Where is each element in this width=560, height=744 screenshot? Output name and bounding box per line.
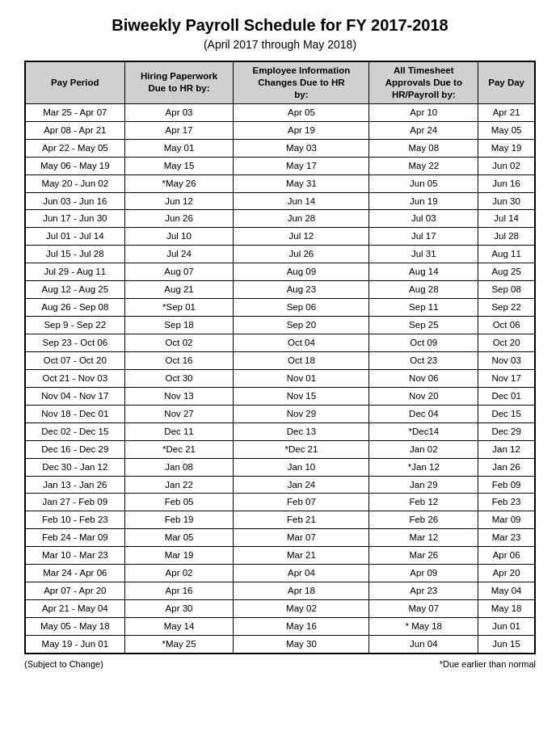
table-cell-19-2: *Dec 21 [234, 440, 369, 458]
table-cell-28-1: Apr 30 [124, 600, 234, 618]
table-cell-18-3: *Dec14 [369, 422, 478, 440]
table-cell-22-0: Jan 27 - Feb 09 [25, 494, 124, 511]
table-cell-16-4: Dec 01 [478, 387, 535, 405]
table-cell-2-2: May 03 [234, 139, 369, 157]
table-row: Jan 27 - Feb 09Feb 05Feb 07Feb 12Feb 23 [25, 494, 535, 511]
table-row: Mar 24 - Apr 06Apr 02Apr 04Apr 09Apr 20 [25, 565, 535, 582]
table-cell-4-3: Jun 05 [369, 174, 478, 192]
table-cell-24-4: Mar 23 [478, 529, 535, 547]
table-cell-14-0: Oct 07 - Oct 20 [25, 351, 124, 369]
table-cell-14-4: Nov 03 [478, 351, 535, 369]
table-cell-15-1: Oct 30 [124, 369, 234, 387]
table-cell-25-4: Apr 06 [478, 547, 535, 565]
table-cell-5-4: Jun 30 [478, 192, 535, 210]
table-cell-8-2: Jul 26 [234, 246, 369, 263]
table-cell-8-1: Jul 24 [124, 246, 234, 263]
table-cell-15-2: Nov 01 [234, 369, 369, 387]
table-cell-26-0: Mar 24 - Apr 06 [25, 565, 124, 582]
table-cell-18-0: Dec 02 - Dec 15 [25, 422, 124, 440]
footer: (Subject to Change) *Due earlier than no… [24, 659, 536, 669]
table-cell-3-1: May 15 [124, 157, 234, 174]
table-cell-20-0: Dec 30 - Jan 12 [25, 458, 124, 476]
table-cell-25-3: Mar 26 [369, 547, 478, 565]
table-cell-10-2: Aug 23 [234, 281, 369, 299]
table-cell-29-4: Jun 01 [478, 618, 535, 636]
col-header-1: Hiring PaperworkDue to HR by: [124, 61, 234, 103]
table-cell-19-0: Dec 16 - Dec 29 [25, 440, 124, 458]
table-cell-7-1: Jul 10 [124, 228, 234, 246]
table-cell-12-3: Sep 25 [369, 317, 478, 334]
table-cell-29-0: May 05 - May 18 [25, 618, 124, 636]
table-header: Pay PeriodHiring PaperworkDue to HR by:E… [25, 61, 535, 103]
table-cell-22-4: Feb 23 [478, 494, 535, 511]
table-cell-15-3: Nov 06 [369, 369, 478, 387]
table-cell-12-0: Sep 9 - Sep 22 [25, 317, 124, 334]
table-cell-11-0: Aug 26 - Sep 08 [25, 299, 124, 317]
table-cell-24-2: Mar 07 [234, 529, 369, 547]
table-cell-27-2: Apr 18 [234, 582, 369, 600]
col-header-0: Pay Period [25, 61, 124, 103]
table-cell-26-3: Apr 09 [369, 565, 478, 582]
table-cell-0-0: Mar 25 - Apr 07 [25, 103, 124, 121]
table-cell-26-4: Apr 20 [478, 565, 535, 582]
table-cell-15-0: Oct 21 - Nov 03 [25, 369, 124, 387]
table-cell-21-2: Jan 24 [234, 476, 369, 494]
table-cell-15-4: Nov 17 [478, 369, 535, 387]
table-cell-16-0: Nov 04 - Nov 17 [25, 387, 124, 405]
table-body: Mar 25 - Apr 07Apr 03Apr 05Apr 10Apr 21A… [25, 103, 535, 654]
table-cell-17-4: Dec 15 [478, 405, 535, 422]
table-cell-28-2: May 02 [234, 600, 369, 618]
table-cell-12-2: Sep 20 [234, 317, 369, 334]
table-cell-13-1: Oct 02 [124, 334, 234, 352]
table-row: May 06 - May 19May 15May 17May 22Jun 02 [25, 157, 535, 174]
table-cell-17-1: Nov 27 [124, 405, 234, 422]
table-cell-29-1: May 14 [124, 618, 234, 636]
table-cell-10-0: Aug 12 - Aug 25 [25, 281, 124, 299]
table-cell-10-1: Aug 21 [124, 281, 234, 299]
table-cell-13-0: Sep 23 - Oct 06 [25, 334, 124, 352]
table-cell-4-1: *May 26 [124, 174, 234, 192]
table-cell-27-1: Apr 16 [124, 582, 234, 600]
table-cell-23-2: Feb 21 [234, 511, 369, 529]
table-cell-3-3: May 22 [369, 157, 478, 174]
table-cell-24-0: Feb 24 - Mar 09 [25, 529, 124, 547]
table-cell-16-2: Nov 15 [234, 387, 369, 405]
table-cell-29-2: May 16 [234, 618, 369, 636]
table-cell-12-4: Oct 06 [478, 317, 535, 334]
table-cell-4-4: Jun 16 [478, 174, 535, 192]
table-cell-1-0: Apr 08 - Apr 21 [25, 121, 124, 139]
table-cell-28-3: May 07 [369, 600, 478, 618]
table-cell-3-0: May 06 - May 19 [25, 157, 124, 174]
table-cell-8-4: Aug 11 [478, 246, 535, 263]
table-cell-20-4: Jan 26 [478, 458, 535, 476]
table-cell-20-1: Jan 08 [124, 458, 234, 476]
table-row: Nov 04 - Nov 17Nov 13Nov 15Nov 20Dec 01 [25, 387, 535, 405]
table-cell-8-0: Jul 15 - Jul 28 [25, 246, 124, 263]
table-row: Apr 08 - Apr 21Apr 17Apr 19Apr 24May 05 [25, 121, 535, 139]
table-cell-17-3: Dec 04 [369, 405, 478, 422]
table-cell-2-1: May 01 [124, 139, 234, 157]
table-row: May 20 - Jun 02*May 26May 31Jun 05Jun 16 [25, 174, 535, 192]
table-cell-10-4: Sep 08 [478, 281, 535, 299]
table-cell-5-2: Jun 14 [234, 192, 369, 210]
table-cell-16-3: Nov 20 [369, 387, 478, 405]
table-row: Aug 12 - Aug 25Aug 21Aug 23Aug 28Sep 08 [25, 281, 535, 299]
table-row: Dec 30 - Jan 12Jan 08Jan 10*Jan 12Jan 26 [25, 458, 535, 476]
table-cell-26-2: Apr 04 [234, 565, 369, 582]
table-cell-5-1: Jun 12 [124, 192, 234, 210]
table-cell-20-2: Jan 10 [234, 458, 369, 476]
table-cell-27-3: Apr 23 [369, 582, 478, 600]
table-cell-25-1: Mar 19 [124, 547, 234, 565]
footer-right: *Due earlier than normal [440, 659, 536, 669]
table-cell-16-1: Nov 13 [124, 387, 234, 405]
table-cell-1-1: Apr 17 [124, 121, 234, 139]
table-cell-26-1: Apr 02 [124, 565, 234, 582]
table-cell-0-1: Apr 03 [124, 103, 234, 121]
table-row: Mar 25 - Apr 07Apr 03Apr 05Apr 10Apr 21 [25, 103, 535, 121]
table-cell-9-0: Jul 29 - Aug 11 [25, 263, 124, 281]
table-cell-3-4: Jun 02 [478, 157, 535, 174]
table-cell-10-3: Aug 28 [369, 281, 478, 299]
table-cell-3-2: May 17 [234, 157, 369, 174]
table-cell-23-4: Mar 09 [478, 511, 535, 529]
table-row: Aug 26 - Sep 08*Sep 01Sep 06Sep 11Sep 22 [25, 299, 535, 317]
